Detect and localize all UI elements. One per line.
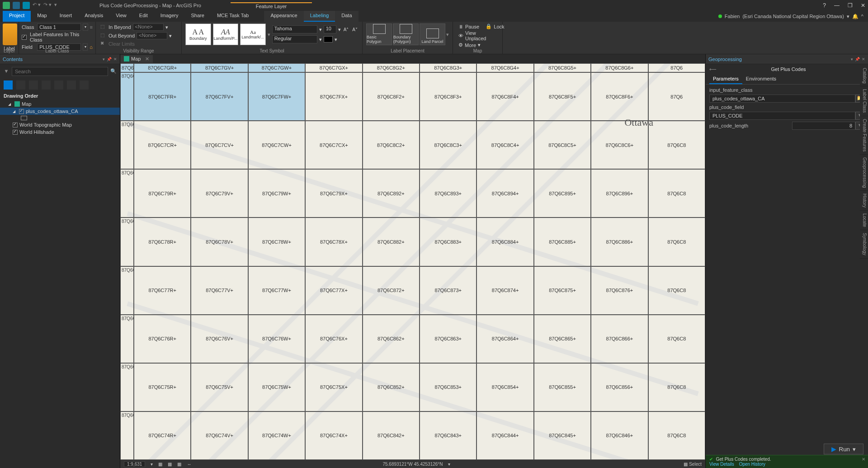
qat-save-icon[interactable] — [23, 2, 30, 9]
font-style-dropdown[interactable]: Regular — [272, 35, 317, 43]
status-tool3-icon[interactable]: ▦ — [177, 462, 181, 467]
dismiss-message-icon[interactable]: ✕ — [862, 457, 865, 462]
decrease-size-icon[interactable]: A˅ — [351, 27, 359, 32]
filter-icon[interactable]: ▼ — [3, 67, 10, 76]
more-icon[interactable]: ⚙ — [458, 42, 463, 48]
expand-icon[interactable]: ◢ — [8, 102, 13, 106]
tab-map[interactable]: Map — [31, 11, 53, 22]
tab-edit[interactable]: Edit — [133, 11, 154, 22]
placement-gallery-dropdown[interactable]: ▾ — [446, 32, 449, 38]
in-beyond-dropdown[interactable]: <None> — [133, 24, 164, 31]
gp-menu-icon[interactable]: ▾ — [851, 57, 853, 61]
param-pluscode-field-dropdown[interactable]: PLUS_CODE — [709, 112, 855, 120]
label-button-icon[interactable] — [3, 24, 17, 45]
symbology-swatch-icon[interactable] — [21, 116, 27, 120]
list-by-drawing-order-icon[interactable] — [4, 80, 13, 90]
map-canvas[interactable]: 87Q6C7GQ+87Q6C7GR+87Q6C7GV+87Q6C7GW+87Q6… — [120, 63, 705, 460]
list-by-labeling-icon[interactable] — [67, 80, 76, 90]
scale-input[interactable]: 1:9,631 — [124, 461, 145, 467]
toc-layer-topo[interactable]: World Topographic Map — [0, 121, 120, 128]
map-tab[interactable]: Map ✕ — [120, 55, 153, 63]
list-by-perspective-icon[interactable] — [80, 80, 89, 90]
qat-customize-icon[interactable]: ▾ — [54, 2, 57, 9]
tab-appearance[interactable]: Appearance — [264, 11, 303, 22]
list-by-source-icon[interactable] — [16, 80, 25, 90]
text-style-landform[interactable]: AALandform/P... — [213, 24, 239, 45]
side-tab-symbology[interactable]: Symbology — [860, 230, 868, 258]
placement-basic-polygon[interactable]: Basic Polygon — [366, 24, 392, 45]
back-icon[interactable]: ⟵ — [709, 66, 717, 72]
tab-mce-task[interactable]: MCE Task Tab — [211, 11, 255, 22]
side-tab-label-class[interactable]: Label Class — [860, 86, 868, 116]
help-icon[interactable]: ? — [823, 2, 826, 9]
layer-checkbox[interactable] — [13, 130, 18, 135]
gp-tab-environments[interactable]: Environments — [742, 74, 780, 84]
toc-map-node[interactable]: ◢ Map — [0, 100, 120, 108]
status-tool1-icon[interactable]: ▦ — [158, 462, 162, 467]
pause-icon[interactable]: ⏸ — [458, 24, 463, 29]
side-tab-catalog[interactable]: Catalog — [860, 65, 868, 86]
close-tab-icon[interactable]: ✕ — [145, 56, 149, 62]
gp-close-icon[interactable]: ✕ — [862, 57, 865, 61]
list-by-selection-icon[interactable] — [29, 80, 38, 90]
undo-icon[interactable]: ↶ ▾ — [33, 2, 41, 9]
tab-analysis[interactable]: Analysis — [78, 11, 109, 22]
class-dropdown[interactable]: Class 1 — [37, 24, 81, 31]
collapse-ribbon-icon[interactable]: ^ — [861, 14, 863, 19]
status-tool4-icon[interactable]: ↔ — [187, 462, 191, 467]
redo-icon[interactable]: ↷ ▾ — [43, 2, 52, 9]
class-dropdown-icon[interactable]: ▾ — [83, 24, 88, 31]
font-size-field[interactable]: 10 — [324, 25, 336, 33]
user-dropdown-icon[interactable]: ▾ — [847, 14, 849, 19]
minimize-icon[interactable]: — — [834, 2, 840, 9]
side-tab-locate[interactable]: Locate — [860, 211, 868, 230]
search-icon[interactable]: 🔍 — [110, 67, 117, 76]
text-style-gallery-dropdown[interactable]: ▾ — [268, 32, 270, 38]
toc-layer-pluscodes[interactable]: ◢ plus_codes_ottawa_CA — [0, 108, 120, 115]
open-history-link[interactable]: Open History — [739, 462, 765, 467]
search-input[interactable] — [12, 67, 108, 76]
list-by-editing-icon[interactable] — [42, 80, 51, 90]
side-tab-create-features[interactable]: Create Features — [860, 116, 868, 155]
text-style-landmark[interactable]: AaLandmark/... — [240, 24, 266, 45]
placement-land-parcel[interactable]: Land Parcel — [420, 24, 445, 45]
gp-tab-parameters[interactable]: Parameters — [709, 74, 742, 84]
text-style-boundary[interactable]: A ABoundary — [185, 24, 211, 45]
class-menu-icon[interactable]: ≡ — [90, 24, 93, 30]
contents-menu-icon[interactable]: ▾ — [103, 57, 105, 61]
run-dropdown-icon[interactable]: ▾ — [853, 446, 856, 453]
param-input-feature-field[interactable] — [709, 95, 855, 103]
side-tab-geoprocessing[interactable]: Geoprocessing — [860, 155, 868, 191]
font-name-dropdown[interactable]: Tahoma — [272, 25, 317, 33]
toc-layer-swatch[interactable] — [0, 115, 120, 121]
tab-view[interactable]: View — [109, 11, 133, 22]
toc-layer-hillshade[interactable]: World Hillshade — [0, 128, 120, 136]
side-tab-history[interactable]: History — [860, 191, 868, 211]
contents-close-icon[interactable]: ✕ — [113, 57, 117, 61]
user-info[interactable]: Fabien (Esri Canada National Capital Reg… — [714, 11, 868, 22]
view-unplaced-icon[interactable]: 👁 — [458, 33, 463, 38]
out-beyond-dropdown[interactable]: <None> — [137, 32, 167, 39]
tab-project[interactable]: Project — [3, 11, 31, 22]
tab-imagery[interactable]: Imagery — [154, 11, 185, 22]
tab-data[interactable]: Data — [335, 11, 358, 22]
layer-checkbox[interactable] — [13, 123, 18, 128]
view-details-link[interactable]: View Details — [709, 462, 734, 467]
status-tool2-icon[interactable]: ▦ — [168, 462, 172, 467]
run-button[interactable]: ▶ Run ▾ — [824, 444, 863, 454]
tab-insert[interactable]: Insert — [53, 11, 79, 22]
placement-boundary-polygon[interactable]: Boundary (Polygon) — [393, 24, 419, 45]
gp-pin-icon[interactable]: 📌 — [855, 57, 860, 61]
font-color-picker[interactable] — [324, 36, 333, 43]
increase-size-icon[interactable]: A˄ — [343, 27, 350, 32]
selection-status[interactable]: ▦ Select — [684, 462, 702, 467]
tab-labeling[interactable]: Labeling — [304, 11, 335, 22]
qat-new-project-icon[interactable] — [3, 2, 10, 9]
layer-checkbox[interactable] — [19, 109, 24, 114]
expand-icon[interactable]: ◢ — [13, 109, 17, 113]
restore-icon[interactable]: ❐ — [848, 2, 853, 9]
tab-share[interactable]: Share — [185, 11, 211, 22]
notifications-icon[interactable]: 🔔 — [852, 14, 859, 19]
list-by-snapping-icon[interactable] — [54, 80, 63, 90]
close-icon[interactable]: ✕ — [861, 2, 865, 9]
